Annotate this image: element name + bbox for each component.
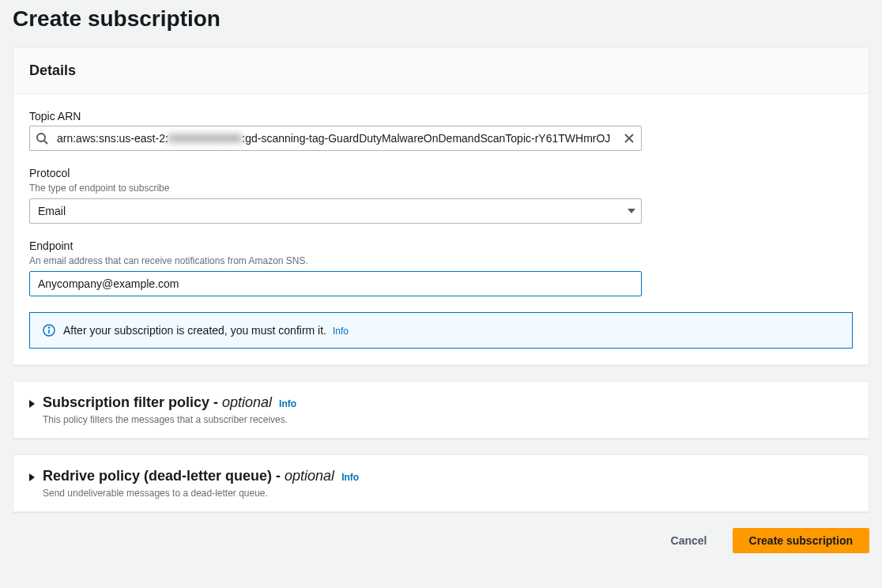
confirm-subscription-info: After your subscription is created, you … <box>29 312 853 349</box>
protocol-value: Email <box>38 205 66 217</box>
filter-policy-title-main: Subscription filter policy - <box>43 394 222 410</box>
caret-right-icon[interactable] <box>29 473 35 481</box>
redrive-policy-optional: optional <box>285 468 334 484</box>
topic-arn-prefix: arn:aws:sns:us-east-2: <box>57 132 168 145</box>
filter-policy-panel: Subscription filter policy - optional In… <box>13 381 869 439</box>
filter-policy-optional: optional <box>222 394 272 410</box>
filter-policy-desc: This policy filters the messages that a … <box>43 414 296 425</box>
protocol-select[interactable]: Email <box>29 198 642 224</box>
endpoint-group: Endpoint An email address that can recei… <box>29 239 642 296</box>
redrive-policy-desc: Send undeliverable messages to a dead-le… <box>43 488 359 499</box>
endpoint-input[interactable] <box>29 271 642 296</box>
svg-point-0 <box>37 134 45 141</box>
cancel-button[interactable]: Cancel <box>655 528 723 553</box>
confirm-info-text: After your subscription is created, you … <box>63 324 326 337</box>
redrive-policy-info-link[interactable]: Info <box>341 472 359 483</box>
close-icon[interactable] <box>623 132 635 145</box>
topic-arn-group: Topic ARN arn:aws:sns:us-east-2:00000000… <box>29 110 642 151</box>
topic-arn-input[interactable]: arn:aws:sns:us-east-2:000000000000:gd-sc… <box>29 126 642 151</box>
details-heading: Details <box>29 62 853 79</box>
page-title: Create subscription <box>13 0 869 47</box>
caret-right-icon[interactable] <box>29 400 35 408</box>
chevron-down-icon <box>628 209 635 213</box>
protocol-group: Protocol The type of endpoint to subscri… <box>29 167 642 224</box>
filter-policy-info-link[interactable]: Info <box>279 398 296 409</box>
svg-line-1 <box>44 141 47 144</box>
topic-arn-redacted: 000000000000 <box>168 132 242 145</box>
details-header: Details <box>13 48 869 94</box>
action-bar: Cancel Create subscription <box>13 528 869 553</box>
endpoint-hint: An email address that can receive notifi… <box>29 255 642 266</box>
search-icon <box>36 132 48 145</box>
topic-arn-suffix: :gd-scanning-tag-GuardDutyMalwareOnDeman… <box>242 132 610 145</box>
protocol-hint: The type of endpoint to subscribe <box>29 183 642 194</box>
filter-policy-title[interactable]: Subscription filter policy - optional In… <box>43 394 296 411</box>
create-subscription-button[interactable]: Create subscription <box>733 528 869 553</box>
topic-arn-label: Topic ARN <box>29 110 642 122</box>
redrive-policy-title-main: Redrive policy (dead-letter queue) - <box>43 468 285 484</box>
redrive-policy-title[interactable]: Redrive policy (dead-letter queue) - opt… <box>43 468 359 484</box>
confirm-info-link[interactable]: Info <box>333 326 349 337</box>
redrive-policy-panel: Redrive policy (dead-letter queue) - opt… <box>13 454 869 512</box>
svg-point-6 <box>49 327 50 328</box>
endpoint-label: Endpoint <box>29 239 642 252</box>
info-icon <box>43 324 55 337</box>
details-panel: Details Topic ARN arn:aws:sns:us-east-2:… <box>13 47 869 365</box>
protocol-label: Protocol <box>29 167 642 179</box>
